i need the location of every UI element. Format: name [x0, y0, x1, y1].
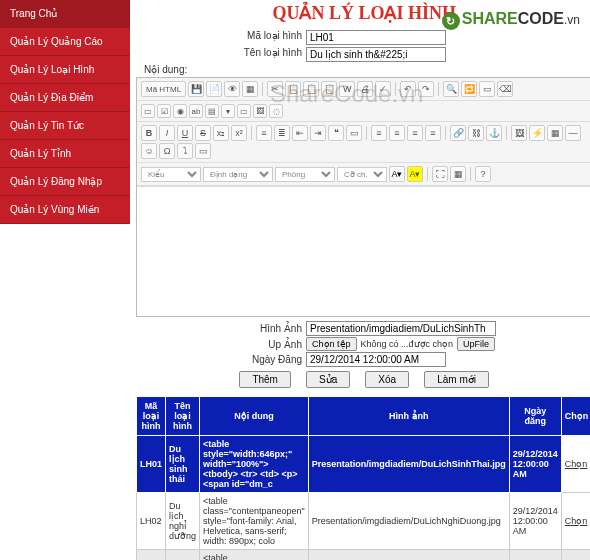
pagebreak-icon[interactable]: ⤵ [177, 143, 193, 159]
delete-button[interactable]: Xóa [365, 371, 409, 388]
form-icon[interactable]: ▭ [141, 104, 155, 118]
cell-noidung: <table class="contentpaneopen" style="fo… [200, 550, 309, 561]
ten-input[interactable] [306, 47, 446, 62]
table-icon[interactable]: ▦ [547, 125, 563, 141]
edit-button[interactable]: Sửa [306, 371, 350, 388]
underline-icon[interactable]: U [177, 125, 193, 141]
outdent-icon[interactable]: ⇤ [292, 125, 308, 141]
subscript-icon[interactable]: x₂ [213, 125, 229, 141]
sidebar: Trang Chủ Quản Lý Quảng Cáo Quản Lý Loại… [0, 0, 130, 224]
paste-text-icon[interactable]: 📋 [321, 81, 337, 97]
col-chon: Chọn [561, 397, 590, 436]
hr-icon[interactable]: ― [565, 125, 581, 141]
html-source-button[interactable]: Mã HTML [141, 81, 186, 97]
copy-icon[interactable]: 📋 [285, 81, 301, 97]
textcolor-icon[interactable]: A▾ [389, 166, 405, 182]
maximize-icon[interactable]: ⛶ [432, 166, 448, 182]
cut-icon[interactable]: ✂ [267, 81, 283, 97]
ol-icon[interactable]: ≡ [256, 125, 272, 141]
print-icon[interactable]: 🖨 [357, 81, 373, 97]
paste-icon[interactable]: 📋 [303, 81, 319, 97]
ul-icon[interactable]: ≣ [274, 125, 290, 141]
italic-icon[interactable]: I [159, 125, 175, 141]
radio-icon[interactable]: ◉ [173, 104, 187, 118]
justify-icon[interactable]: ≡ [425, 125, 441, 141]
redo-icon[interactable]: ↷ [418, 81, 434, 97]
bold-icon[interactable]: B [141, 125, 157, 141]
main-content: QUẢN LÝ LOẠI HÌNH Mã loại hình Tên loại … [130, 0, 590, 560]
image-icon[interactable]: 🖼 [511, 125, 527, 141]
sidebar-item-ads[interactable]: Quản Lý Quảng Cáo [0, 28, 130, 56]
blocks-icon[interactable]: ▦ [450, 166, 466, 182]
select-link[interactable]: Chọn [565, 516, 588, 526]
save-icon[interactable]: 💾 [188, 81, 204, 97]
sidebar-item-province[interactable]: Quản Lý Tỉnh [0, 140, 130, 168]
sidebar-item-location[interactable]: Quản Lý Địa Điểm [0, 84, 130, 112]
template-icon[interactable]: ▦ [242, 81, 258, 97]
table-header-row: Mã loại hình Tên loại hình Nội dung Hình… [137, 397, 591, 436]
about-icon[interactable]: ? [475, 166, 491, 182]
undo-icon[interactable]: ↶ [400, 81, 416, 97]
choose-file-button[interactable]: Chọn tệp [306, 337, 357, 351]
refresh-button[interactable]: Làm mới [424, 371, 489, 388]
link-icon[interactable]: 🔗 [450, 125, 466, 141]
ma-input[interactable] [306, 30, 446, 45]
editor-toolbar-2: ▭ ☑ ◉ ab ▤ ▾ ▭ 🖼 ◌ [137, 101, 590, 122]
selectall-icon[interactable]: ▭ [479, 81, 495, 97]
cell-hinhanh: Presentation/imgdiadiem/DuLichNghiDuong.… [308, 493, 509, 550]
superscript-icon[interactable]: x² [231, 125, 247, 141]
textfield-icon[interactable]: ab [189, 104, 203, 118]
anchor-icon[interactable]: ⚓ [486, 125, 502, 141]
sidebar-item-news[interactable]: Quản Lý Tin Tức [0, 112, 130, 140]
iframe-icon[interactable]: ▭ [195, 143, 211, 159]
replace-icon[interactable]: 🔁 [461, 81, 477, 97]
editor-toolbar-4: Kiểu Định dạng Phông Cỡ ch... A▾ A▾ ⛶ ▦ … [137, 163, 590, 186]
select-link[interactable]: Chọn [565, 459, 588, 469]
align-center-icon[interactable]: ≡ [389, 125, 405, 141]
upfile-button[interactable]: UpFile [457, 337, 495, 351]
style-select[interactable]: Kiểu [141, 167, 201, 182]
cell-ngaydang: 29/12/2014 12:00:00 AM [509, 436, 561, 493]
div-icon[interactable]: ▭ [346, 125, 362, 141]
editor-body[interactable] [137, 186, 590, 316]
cell-ma: LH02 [137, 493, 166, 550]
format-select[interactable]: Định dạng [203, 167, 273, 182]
checkbox-icon[interactable]: ☑ [157, 104, 171, 118]
align-left-icon[interactable]: ≡ [371, 125, 387, 141]
quote-icon[interactable]: ❝ [328, 125, 344, 141]
sidebar-item-type[interactable]: Quản Lý Loại Hình [0, 56, 130, 84]
preview-icon[interactable]: 👁 [224, 81, 240, 97]
ma-label: Mã loại hình [136, 30, 306, 45]
find-icon[interactable]: 🔍 [443, 81, 459, 97]
font-select[interactable]: Phông [275, 167, 335, 182]
watermark-brand: ↻SHARECODE.vn [442, 10, 580, 30]
special-icon[interactable]: Ω [159, 143, 175, 159]
bgcolor-icon[interactable]: A▾ [407, 166, 423, 182]
image-btn-icon[interactable]: 🖼 [253, 104, 267, 118]
align-right-icon[interactable]: ≡ [407, 125, 423, 141]
new-icon[interactable]: 📄 [206, 81, 222, 97]
col-hinhanh: Hình ảnh [308, 397, 509, 436]
strike-icon[interactable]: S [195, 125, 211, 141]
textarea-icon[interactable]: ▤ [205, 104, 219, 118]
add-button[interactable]: Thêm [239, 371, 291, 388]
ngaydang-label: Ngày Đăng [136, 354, 306, 365]
indent-icon[interactable]: ⇥ [310, 125, 326, 141]
smiley-icon[interactable]: ☺ [141, 143, 157, 159]
button-icon[interactable]: ▭ [237, 104, 251, 118]
sidebar-item-region[interactable]: Quản Lý Vùng Miền [0, 196, 130, 224]
size-select[interactable]: Cỡ ch... [337, 167, 387, 182]
ngaydang-input[interactable] [306, 352, 446, 367]
unlink-icon[interactable]: ⛓ [468, 125, 484, 141]
data-table: Mã loại hình Tên loại hình Nội dung Hình… [136, 396, 590, 560]
sidebar-item-home[interactable]: Trang Chủ [0, 0, 130, 28]
flash-icon[interactable]: ⚡ [529, 125, 545, 141]
clear-icon[interactable]: ⌫ [497, 81, 513, 97]
select-icon[interactable]: ▾ [221, 104, 235, 118]
hidden-icon[interactable]: ◌ [269, 104, 283, 118]
noidung-label: Nội dung: [144, 64, 590, 75]
paste-word-icon[interactable]: W [339, 81, 355, 97]
hinhanh-input[interactable] [306, 321, 496, 336]
sidebar-item-login[interactable]: Quản Lý Đăng Nhập [0, 168, 130, 196]
spell-icon[interactable]: ✓ [375, 81, 391, 97]
